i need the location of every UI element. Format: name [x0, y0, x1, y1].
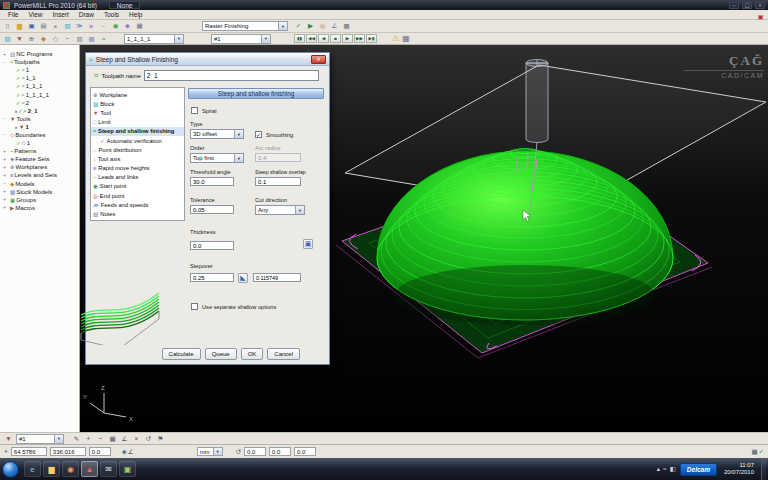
tool-icon[interactable]: ▼ [14, 33, 25, 44]
curve-editor-icon[interactable]: ~ [95, 433, 106, 444]
boundary-icon[interactable]: ◇ [50, 33, 61, 44]
toolpath-verify-icon[interactable]: ✓ [293, 21, 304, 32]
dialog-tree-item[interactable]: ✓ Automatic verification [91, 136, 184, 145]
calculator-icon[interactable]: ▦ [134, 21, 145, 32]
explorer-item[interactable]: ✓ ≈ 2 [0, 99, 79, 107]
leads-links-icon[interactable]: ~ [98, 21, 109, 32]
explorer-item[interactable]: − ≈ Toolpaths [0, 58, 79, 66]
dialog-tree-item[interactable]: ▼ Tool [91, 108, 184, 117]
expander-icon[interactable]: − [2, 132, 7, 137]
queue-button[interactable]: Queue [205, 348, 237, 360]
ok-state-icon[interactable]: ✓ [759, 448, 764, 456]
cancel-button[interactable]: Cancel [267, 348, 300, 360]
expander-icon[interactable]: + [2, 197, 7, 202]
explorer-item[interactable]: ✓ ≈ 1_1_1 [0, 82, 79, 90]
separate-shallow-checkbox[interactable] [191, 303, 198, 310]
grid-icon[interactable]: ▦ [107, 433, 118, 444]
tool-select-combo[interactable]: #1 [16, 434, 64, 444]
add-icon[interactable]: + [83, 433, 94, 444]
show-desktop-button[interactable] [761, 458, 766, 480]
sim-play-icon[interactable]: ▶ [342, 34, 353, 43]
threshold-angle-input[interactable] [190, 177, 234, 186]
pattern-icon[interactable]: ~ [62, 33, 73, 44]
network-icon[interactable]: ≈ [663, 465, 667, 473]
tray-expand-icon[interactable]: ▴ [657, 465, 660, 473]
taskbar-clock[interactable]: 11:07 20/07/2010 [724, 462, 754, 476]
explorer-item[interactable]: + ⊕ Workplanes [0, 163, 79, 171]
sim-settings-icon[interactable]: ▦ [402, 34, 410, 43]
expander-icon[interactable]: + [2, 52, 7, 57]
menu-item[interactable]: Tools [99, 10, 124, 19]
explorer-item[interactable]: − ◇ Boundaries [0, 131, 79, 139]
volume-icon[interactable]: ◧ [670, 465, 676, 473]
strategy-selector-icon[interactable]: ◈ [122, 21, 133, 32]
expander-icon[interactable]: + [2, 157, 7, 162]
simulation-warning-icon[interactable]: ⚠ [392, 34, 399, 43]
menu-item[interactable]: View [23, 10, 47, 19]
sim-pause-icon[interactable]: ▮▮ [294, 34, 305, 43]
explorer-item[interactable]: − ◆ Models [0, 180, 79, 188]
thickness-input[interactable] [190, 241, 234, 250]
viewmill-icon[interactable]: ◎ [317, 21, 328, 32]
flag-icon[interactable]: ⚑ [155, 433, 166, 444]
expander-icon[interactable]: + [2, 173, 7, 178]
dialog-tree-item[interactable]: ◎ End point [91, 191, 184, 200]
dialog-tree-item[interactable]: ↕ Tool axis [91, 154, 184, 163]
feed-rate-icon[interactable]: ≫ [74, 21, 85, 32]
dialog-tree-item[interactable]: ~ Leads and links [91, 173, 184, 182]
menu-item[interactable]: Help [124, 10, 147, 19]
menu-item[interactable]: File [3, 10, 23, 19]
menu-item[interactable]: Insert [47, 10, 73, 19]
sim-to-end-icon[interactable]: ▶▮ [366, 34, 377, 43]
options-icon[interactable]: ▩ [341, 21, 352, 32]
nc-program-icon[interactable]: ▥ [74, 33, 85, 44]
dialog-tree-item[interactable]: ▧ Block [91, 99, 184, 108]
type-combo[interactable]: 3D offset [190, 129, 244, 139]
new-project-icon[interactable]: ▯ [2, 21, 13, 32]
expander-icon[interactable]: − [2, 60, 7, 65]
explorer-item[interactable]: ✓ ≈ 1 [0, 66, 79, 74]
units-combo[interactable]: mm [197, 447, 223, 456]
edit-toolpath-icon[interactable]: ✎ [71, 433, 82, 444]
explorer-item[interactable]: + ▤ NC Programs [0, 50, 79, 58]
refresh-icon[interactable]: ↺ [236, 448, 241, 456]
expander-icon[interactable]: + [2, 165, 7, 170]
dialog-tree-item[interactable]: ≈ Steep and shallow finishing [91, 127, 184, 136]
sim-stop-icon[interactable]: ■ [330, 34, 341, 43]
explorer-item[interactable]: › ▼ 1 [0, 123, 79, 131]
ok-button[interactable]: OK [241, 348, 264, 360]
dialog-tree-item[interactable]: ⊕ Workplane [91, 90, 184, 99]
active-tool-combo[interactable]: #1 [211, 34, 271, 44]
overlap-input[interactable] [255, 177, 301, 186]
dialog-tree-item[interactable]: ∴ Point distribution [91, 145, 184, 154]
workplane-icon[interactable]: ⊕ [26, 33, 37, 44]
start-end-point-icon[interactable]: ◉ [110, 21, 121, 32]
dialog-tree-item[interactable]: ≡ Rapid move heights [91, 164, 184, 173]
explorer-item[interactable]: + ▶ Macros [0, 204, 79, 212]
start-button[interactable] [2, 461, 19, 478]
dialog-tree-item[interactable]: ◉ Start point [91, 182, 184, 191]
internet-explorer-icon[interactable]: e [24, 461, 41, 477]
expander-icon[interactable]: + [2, 205, 7, 210]
smoothing-checkbox[interactable]: ✓ [255, 131, 262, 138]
media-player-icon[interactable]: ◉ [62, 461, 79, 477]
print-icon[interactable]: ▤ [38, 21, 49, 32]
open-project-icon[interactable]: ▆ [14, 21, 25, 32]
rapid-heights-icon[interactable]: ≡ [86, 21, 97, 32]
calculate-button[interactable]: Calculate [162, 348, 201, 360]
expander-icon[interactable]: − [2, 181, 7, 186]
dialog-tree-item[interactable]: ▤ Notes [91, 209, 184, 218]
block-icon[interactable]: ▧ [2, 33, 13, 44]
dialog-tree-item[interactable]: □ Limit [91, 118, 184, 127]
measure-icon[interactable]: ∠ [329, 21, 340, 32]
explorer-item[interactable]: ✓ ≈ 1_1_1_1 [0, 90, 79, 98]
stock-model-icon[interactable]: ▩ [86, 33, 97, 44]
order-combo[interactable]: Top first [190, 153, 244, 163]
explorer-item[interactable]: ✓ ≈ 1_1 [0, 74, 79, 82]
document-icon[interactable]: ✉ [100, 461, 117, 477]
expander-icon[interactable]: − [2, 116, 7, 121]
thickness-options-icon[interactable]: ▣ [303, 239, 313, 249]
explorer-item[interactable]: + ▩ Stock Models [0, 188, 79, 196]
grid-toggle-icon[interactable]: ▦ [751, 448, 757, 456]
dialog-title-bar[interactable]: ≈ Steep and Shallow Finishing ✕ [86, 53, 329, 66]
